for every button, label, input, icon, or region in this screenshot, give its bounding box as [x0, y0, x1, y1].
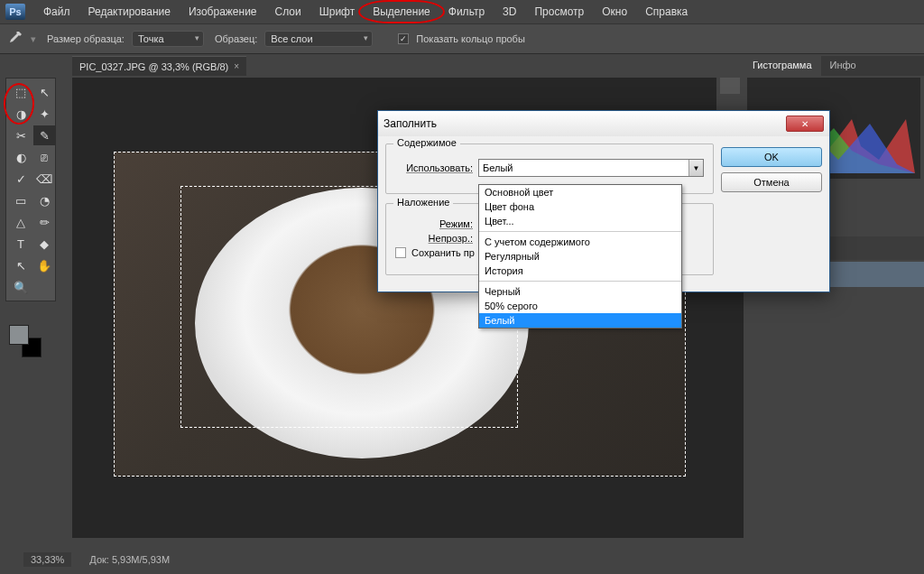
- gradient-tool-icon[interactable]: ▭: [10, 190, 32, 210]
- mode-label: Режим:: [395, 218, 473, 229]
- shape-tool-icon[interactable]: ◆: [33, 234, 55, 254]
- sample-size-label: Размер образца:: [47, 33, 125, 44]
- tab-histogram[interactable]: Гистограмма: [744, 56, 821, 76]
- sample-size-select[interactable]: Точка: [132, 31, 204, 47]
- dodge-tool-icon[interactable]: △: [10, 212, 32, 232]
- histogram-panel-tabs: Гистограмма Инфо: [744, 56, 924, 76]
- path-select-tool-icon[interactable]: ↖: [10, 255, 32, 275]
- foreground-color-swatch[interactable]: [9, 325, 29, 345]
- eraser-tool-icon[interactable]: ⌫: [33, 169, 55, 189]
- ok-button[interactable]: OK: [721, 147, 822, 167]
- blend-legend: Наложение: [393, 197, 453, 208]
- menu-select[interactable]: Выделение: [364, 2, 439, 22]
- move-tool-icon[interactable]: ↖: [33, 82, 55, 102]
- menu-type[interactable]: Шрифт: [310, 2, 364, 22]
- brush-tool-icon[interactable]: ⎚: [33, 147, 55, 167]
- dialog-close-button[interactable]: ✕: [786, 116, 824, 132]
- menu-bar: Ps Файл Редактирование Изображение Слои …: [0, 0, 924, 23]
- dropdown-item[interactable]: Основной цвет: [479, 185, 681, 199]
- stamp-tool-icon[interactable]: ✓: [10, 169, 32, 189]
- menu-window[interactable]: Окно: [593, 2, 636, 22]
- preserve-label: Сохранить пр: [411, 247, 475, 258]
- eyedropper-icon: [7, 31, 23, 47]
- panel-icon[interactable]: [720, 78, 740, 94]
- close-icon[interactable]: ×: [234, 61, 239, 71]
- dropdown-item[interactable]: С учетом содержимого: [479, 235, 681, 249]
- cancel-button[interactable]: Отмена: [721, 172, 822, 192]
- lasso-tool-icon[interactable]: ◑: [10, 104, 32, 124]
- type-tool-icon[interactable]: T: [10, 234, 32, 254]
- menu-edit[interactable]: Редактирование: [79, 2, 180, 22]
- show-ring-checkbox[interactable]: ✓: [398, 33, 409, 44]
- zoom-level[interactable]: 33,33%: [23, 552, 71, 567]
- eyedropper-tool-icon[interactable]: ✎: [33, 125, 55, 145]
- use-dropdown[interactable]: Основной цвет Цвет фона Цвет... С учетом…: [478, 184, 682, 329]
- dropdown-item[interactable]: Черный: [479, 284, 681, 299]
- menu-image[interactable]: Изображение: [180, 2, 266, 22]
- marquee-tool-icon[interactable]: ⬚: [10, 82, 32, 102]
- healing-tool-icon[interactable]: ◐: [10, 147, 32, 167]
- use-label: Использовать:: [395, 162, 473, 173]
- blur-tool-icon[interactable]: ◔: [33, 190, 55, 210]
- use-value: Белый: [483, 162, 513, 173]
- chevron-down-icon[interactable]: ▼: [688, 160, 703, 176]
- opacity-label: Непрозр.:: [395, 233, 473, 244]
- dropdown-item[interactable]: 50% серого: [479, 299, 681, 313]
- document-tab-label: PIC_0327.JPG @ 33,3% (RGB/8): [79, 61, 228, 72]
- menu-filter[interactable]: Фильтр: [439, 2, 494, 22]
- crop-tool-icon[interactable]: ✂: [10, 125, 32, 145]
- tab-info[interactable]: Инфо: [821, 56, 865, 76]
- dropdown-separator: [479, 281, 681, 282]
- menu-3d[interactable]: 3D: [494, 2, 525, 22]
- dropdown-item[interactable]: Цвет...: [479, 214, 681, 228]
- dialog-title: Заполнить: [383, 117, 437, 130]
- menu-layers[interactable]: Слои: [266, 2, 310, 22]
- preserve-checkbox[interactable]: [395, 247, 406, 258]
- content-legend: Содержимое: [393, 137, 460, 148]
- pen-tool-icon[interactable]: ✏: [33, 212, 55, 232]
- dropdown-item[interactable]: Цвет фона: [479, 199, 681, 214]
- menu-help[interactable]: Справка: [636, 2, 697, 22]
- sample-layers-label: Образец:: [215, 33, 257, 44]
- dropdown-item-selected[interactable]: Белый: [479, 313, 681, 328]
- app-logo: Ps: [5, 4, 25, 20]
- zoom-tool-icon[interactable]: 🔍: [10, 277, 32, 297]
- status-bar: 33,33% Док: 5,93M/5,93M: [23, 549, 170, 570]
- use-select[interactable]: Белый ▼: [478, 159, 704, 177]
- show-ring-label: Показать кольцо пробы: [416, 33, 525, 44]
- document-tab[interactable]: PIC_0327.JPG @ 33,3% (RGB/8) ×: [72, 56, 246, 76]
- doc-size-value: 5,93M/5,93M: [112, 554, 170, 565]
- tool-palette: ⬚ ↖ ◑ ✦ ✂ ✎ ◐ ⎚ ✓ ⌫ ▭ ◔ △ ✏ T ◆ ↖ ✋ 🔍: [5, 78, 56, 301]
- options-bar: ▾ Размер образца: Точка Образец: Все сло…: [0, 23, 924, 54]
- document-tabs: PIC_0327.JPG @ 33,3% (RGB/8) ×: [72, 56, 246, 76]
- dropdown-item[interactable]: Регулярный: [479, 249, 681, 264]
- dropdown-separator: [479, 231, 681, 232]
- doc-size-label: Док:: [89, 554, 109, 565]
- dialog-titlebar[interactable]: Заполнить ✕: [378, 111, 829, 136]
- quick-select-tool-icon[interactable]: ✦: [33, 104, 55, 124]
- menu-file[interactable]: Файл: [34, 2, 79, 22]
- dropdown-item[interactable]: История: [479, 264, 681, 278]
- sample-layers-select[interactable]: Все слои: [264, 31, 373, 47]
- hand-tool-icon[interactable]: ✋: [33, 255, 55, 275]
- collapsed-panel-icons[interactable]: [716, 74, 744, 110]
- menu-view[interactable]: Просмотр: [525, 2, 593, 22]
